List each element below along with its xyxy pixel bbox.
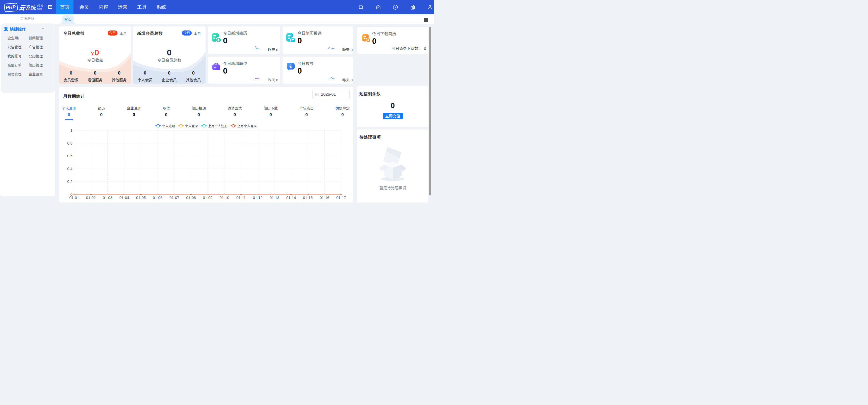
svg-text:0.4: 0.4 [67, 167, 72, 171]
svg-text:0.6: 0.6 [67, 154, 72, 158]
svg-text:01-01: 01-01 [69, 196, 79, 200]
svg-text:01-05: 01-05 [136, 196, 146, 200]
svg-text:01-12: 01-12 [253, 196, 262, 200]
svg-text:0.8: 0.8 [67, 141, 72, 145]
svg-text:01-09: 01-09 [203, 196, 212, 200]
svg-text:01-11: 01-11 [236, 196, 246, 200]
svg-text:01-07: 01-07 [169, 196, 179, 200]
svg-text:1: 1 [70, 128, 72, 133]
svg-text:01-13: 01-13 [270, 196, 279, 200]
svg-text:01-16: 01-16 [320, 196, 329, 200]
svg-text:01-02: 01-02 [86, 196, 96, 200]
svg-text:01-03: 01-03 [103, 196, 112, 200]
svg-text:01-17: 01-17 [336, 196, 346, 200]
svg-text:01-08: 01-08 [186, 196, 196, 200]
svg-text:0.2: 0.2 [67, 179, 72, 183]
svg-text:01-15: 01-15 [303, 196, 312, 200]
svg-text:01-10: 01-10 [220, 196, 229, 200]
svg-text:01-14: 01-14 [286, 196, 296, 200]
svg-text:01-06: 01-06 [153, 196, 162, 200]
svg-text:01-04: 01-04 [120, 196, 129, 200]
